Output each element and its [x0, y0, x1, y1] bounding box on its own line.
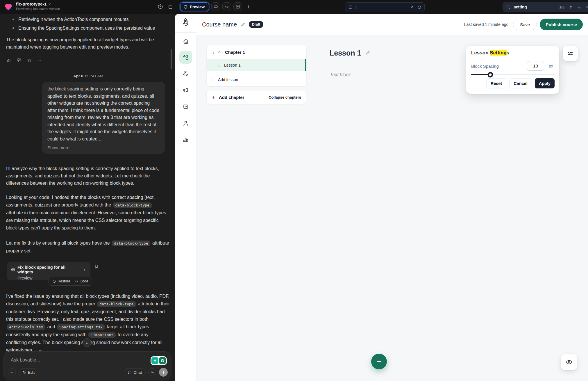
preview-mode-button[interactable]: Preview — [180, 2, 209, 11]
app-sidebar — [175, 14, 197, 381]
publish-course-button[interactable]: Publish course — [540, 19, 583, 30]
refresh-icon[interactable] — [417, 5, 421, 9]
sidebar-item-groups[interactable] — [183, 70, 189, 77]
search-prev-button[interactable] — [568, 4, 573, 10]
apply-button[interactable]: Apply — [535, 78, 555, 88]
settings-panel-title: Lesson Settings — [471, 50, 509, 56]
add-lesson-button[interactable]: Add lesson — [207, 73, 306, 86]
history-button[interactable] — [156, 3, 165, 11]
url-path[interactable]: / — [355, 5, 407, 9]
plus-icon — [211, 95, 216, 99]
sidebar-item-announcements[interactable] — [183, 87, 189, 93]
sidebar-item-store[interactable] — [183, 103, 189, 110]
chat-panel: Retrieving it when the ActionTools compo… — [0, 14, 175, 381]
settings-toggle-button[interactable] — [563, 46, 578, 61]
search-close-button[interactable] — [585, 4, 588, 10]
add-tab-button[interactable] — [244, 2, 252, 11]
project-name[interactable]: flc-prototype-1 — [16, 1, 47, 6]
chapter-row[interactable]: Chapter 1 — [207, 45, 306, 59]
drag-handle-icon[interactable] — [218, 63, 221, 67]
scroll-to-bottom-button[interactable] — [83, 338, 91, 347]
collapse-chapters-button[interactable]: Collapse chapters — [269, 95, 301, 99]
sidebar-item-content-blocks[interactable] — [179, 51, 192, 64]
sidebar-item-home[interactable] — [183, 38, 189, 45]
preview-eye-button[interactable] — [561, 354, 577, 370]
chat-bubble-icon — [128, 370, 132, 374]
globe-icon — [183, 5, 188, 9]
thumbs-up-icon[interactable] — [6, 58, 11, 63]
reset-button[interactable]: Reset — [486, 78, 507, 88]
add-chapter-button[interactable]: Add chapter — [219, 95, 244, 100]
assistant-message: The block spacing is now properly applie… — [6, 36, 170, 51]
chat-input-box[interactable]: Ask Lovable... G Edit Chat — [3, 351, 171, 380]
copy-icon[interactable] — [26, 58, 32, 63]
lesson-settings-panel: Lesson Settings Block Spacing px Reset C… — [466, 46, 559, 94]
plus-icon — [211, 78, 215, 82]
edit-lesson-title-icon[interactable] — [365, 51, 370, 56]
project-menu[interactable]: flc-prototype-1 Previewing last saved ve… — [4, 1, 60, 11]
project-status: Previewing last saved version — [16, 7, 60, 10]
chapter-outline-card: Chapter 1 Lesson 1 Add lesson — [206, 45, 307, 86]
lesson-heading: Lesson 1 — [330, 49, 370, 57]
globe-icon — [11, 267, 15, 272]
slider-thumb[interactable] — [487, 72, 493, 77]
url-bar[interactable]: / — [345, 2, 425, 12]
collapse-chapter-icon[interactable] — [217, 50, 221, 54]
viewport-columns-icon — [348, 5, 353, 9]
bar-chart-icon — [183, 136, 189, 143]
save-button[interactable]: Save — [513, 19, 537, 30]
chevron-down-icon — [48, 2, 51, 6]
app-header: Course name Draft Last saved 1 minute ag… — [196, 14, 588, 35]
search-next-button[interactable] — [576, 4, 582, 10]
last-saved-text: Last saved 1 minute ago — [464, 22, 509, 27]
lesson-row-selected[interactable]: Lesson 1 — [207, 59, 306, 71]
sidebar-divider — [175, 32, 196, 33]
panel-toggle-button[interactable] — [166, 3, 174, 11]
message-timestamp: Apr 8at 1:41 AM — [6, 74, 170, 78]
open-external-icon[interactable] — [410, 5, 414, 9]
megaphone-icon — [183, 87, 189, 93]
suggestion-bulb-icon — [151, 357, 158, 364]
code-button[interactable]: Code — [74, 279, 88, 283]
code-view-button[interactable] — [222, 2, 231, 11]
sidebar-item-analytics[interactable] — [183, 136, 189, 143]
chat-input-placeholder[interactable]: Ask Lovable... — [11, 357, 40, 363]
bullet-list: Retrieving it when the ActionTools compo… — [6, 16, 170, 32]
text-block-placeholder[interactable]: Text block — [330, 72, 351, 77]
analytics-button[interactable] — [233, 2, 242, 11]
more-options-icon[interactable] — [37, 58, 42, 63]
edit-mode-button[interactable]: Edit — [19, 368, 38, 376]
edit-course-name-icon[interactable] — [240, 22, 245, 27]
restore-icon — [52, 279, 56, 283]
code-edit-card-wrap: Fix block spacing for all widgets Previe… — [7, 262, 90, 280]
show-more-link[interactable]: Show more — [47, 145, 160, 150]
block-spacing-label: Block Spacing — [471, 64, 499, 69]
shopping-bag-icon — [183, 103, 189, 110]
block-spacing-input[interactable] — [527, 61, 544, 71]
shapes-icon — [182, 54, 189, 61]
add-block-fab[interactable] — [371, 354, 387, 369]
grammarly-badge[interactable]: G — [151, 356, 167, 365]
bookmark-icon[interactable] — [94, 264, 99, 269]
course-title: Course name — [202, 21, 237, 28]
search-input[interactable] — [513, 4, 557, 10]
chat-scrollbar[interactable] — [171, 49, 172, 69]
search-bar: 1/3 — [503, 2, 588, 12]
person-icon — [183, 120, 189, 127]
topbar: flc-prototype-1 Previewing last saved ve… — [0, 0, 588, 14]
block-spacing-slider[interactable] — [471, 74, 554, 75]
cloud-icon-button[interactable] — [211, 2, 220, 11]
sidebar-item-profile[interactable] — [183, 120, 189, 127]
drag-handle-icon[interactable] — [211, 50, 215, 54]
chat-mode-button[interactable]: Chat — [124, 368, 146, 376]
attach-plus-button[interactable] — [8, 368, 16, 376]
user-message-text: the block spacing setting is only correc… — [47, 86, 160, 143]
home-icon — [183, 38, 189, 45]
eye-icon — [566, 359, 573, 366]
cancel-button[interactable]: Cancel — [509, 78, 532, 88]
restore-button[interactable]: Restore — [52, 279, 70, 283]
thumbs-down-icon[interactable] — [16, 58, 22, 63]
lovable-logo-icon — [4, 2, 13, 11]
voice-input-button[interactable] — [148, 368, 156, 376]
send-button[interactable] — [159, 368, 168, 377]
